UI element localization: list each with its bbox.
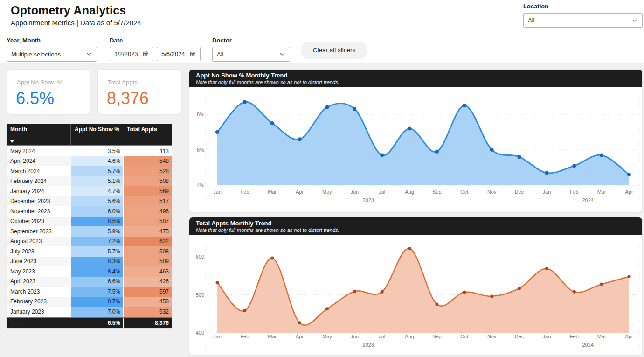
data-point-marker[interactable] [380,153,384,157]
table-row[interactable]: September 20235.9%475 [7,226,172,237]
data-point-marker[interactable] [216,281,219,284]
total-appts-cell: 463 [123,266,172,277]
column-header-month[interactable]: Month [7,124,71,145]
table-row[interactable]: December 20235.6%517 [7,196,172,207]
x-axis-label: Aug [405,334,414,339]
column-header-no-show[interactable]: Appt No Show % [71,124,123,145]
date-from-input[interactable]: 1/2/2023 [110,47,153,61]
total-appts-cell: 496 [123,206,172,217]
data-point-marker[interactable] [243,309,246,312]
column-header-total-appts[interactable]: Total Appts [123,124,172,145]
monthly-metrics-table: Month Appt No Show % Total Appts May 202… [7,124,172,328]
data-point-marker[interactable] [353,107,356,111]
page-subtitle: Appointment Metrics | Data as of 5/7/202… [11,19,141,27]
no-show-cell: 8.5% [71,217,123,227]
data-point-marker[interactable] [243,100,247,104]
data-point-marker[interactable] [463,104,466,107]
data-point-marker[interactable] [435,150,439,154]
data-point-marker[interactable] [628,275,631,278]
table-row[interactable]: May 20243.5%113 [7,146,172,156]
table-row[interactable]: August 20237.2%622 [7,237,172,247]
data-point-marker[interactable] [518,155,521,159]
data-point-marker[interactable] [408,126,411,130]
x-axis-label: Mar [597,334,606,339]
total-appts: 8,376 [123,318,172,328]
doctor-slicer-label: Doctor [212,37,232,44]
year-axis-label: 2023 [363,342,374,348]
table-row[interactable]: January 20237.0%532 [7,307,172,317]
data-point-marker[interactable] [545,171,548,175]
total-label: Total [7,318,71,328]
no-show-cell: 5.1% [71,176,123,187]
y-axis-label: 8% [197,112,204,117]
data-point-marker[interactable] [270,256,274,259]
data-point-marker[interactable] [463,291,466,294]
month-cell: May 2024 [7,146,71,156]
x-axis-label: Sep [432,189,442,195]
table-rows: May 20243.5%113April 20244.6%548March 20… [7,146,172,317]
table-row[interactable]: May 20238.4%463 [7,266,172,277]
data-point-marker[interactable] [353,290,356,293]
x-axis-label: Jul [379,189,385,195]
data-point-marker[interactable] [298,321,301,324]
no-show-cell: 5.9% [71,226,123,237]
month-cell: April 2023 [7,277,71,287]
no-show-cell: 3.5% [71,146,123,156]
table-row[interactable]: April 20236.6%426 [7,277,172,287]
kpi-card-total-appts: Total Appts 8,376 [97,69,181,114]
data-point-marker[interactable] [270,121,274,125]
month-cell: February 2024 [7,176,71,187]
data-point-marker[interactable] [215,130,219,134]
data-point-marker[interactable] [572,164,576,168]
date-to-input[interactable]: 5/6/2024 [157,47,201,61]
data-point-marker[interactable] [408,247,411,250]
data-point-marker[interactable] [490,148,494,152]
year-month-dropdown[interactable]: Multiple selections [7,47,97,62]
data-point-marker[interactable] [298,137,302,141]
year-month-slicer-label: Year, Month [7,37,41,44]
table-row[interactable]: January 20244.7%569 [7,186,172,196]
doctor-dropdown-value: All [217,51,223,58]
table-row[interactable]: October 20238.5%507 [7,217,172,227]
x-axis-label: May [322,189,332,195]
data-point-marker[interactable] [381,290,384,294]
table-row[interactable]: February 20238.7%458 [7,297,172,307]
data-point-marker[interactable] [545,267,548,270]
table-row[interactable]: March 20245.7%528 [7,166,172,176]
data-point-marker[interactable] [600,282,603,286]
no-show-cell: 7.2% [71,237,123,247]
area-fill [217,248,629,333]
x-axis-label: Feb [570,189,579,195]
table-row[interactable]: July 20235.7%508 [7,246,172,257]
x-axis-label: Aug [405,189,414,195]
table-row[interactable]: April 20244.6%548 [7,156,172,167]
x-axis-label: Feb [240,334,249,339]
x-axis-label: Oct [460,334,468,339]
data-point-marker[interactable] [435,303,438,306]
data-point-marker[interactable] [627,173,631,176]
data-point-marker[interactable] [600,153,603,157]
data-point-marker[interactable] [325,307,329,310]
table-row[interactable]: June 20238.3%509 [7,257,172,267]
data-point-marker[interactable] [573,290,576,294]
doctor-dropdown[interactable]: All [212,47,290,62]
table-header-row: Month Appt No Show % Total Appts [7,124,172,145]
chevron-down-icon [279,51,285,57]
no-show-cell: 7.5% [71,287,123,297]
no-show-cell: 6.6% [71,277,123,287]
data-point-marker[interactable] [518,287,521,290]
table-row[interactable]: November 20236.0%496 [7,206,172,217]
y-axis-label: 4% [197,182,204,188]
data-point-marker[interactable] [325,105,329,109]
data-point-marker[interactable] [490,294,493,298]
month-cell: March 2023 [7,287,71,297]
x-axis-label: Nov [487,334,497,339]
month-cell: March 2024 [7,166,71,176]
month-cell: August 2023 [7,237,71,247]
location-dropdown[interactable]: All [523,13,643,28]
no-show-cell: 5.6% [71,196,123,207]
no-show-cell: 8.4% [71,266,123,277]
clear-all-slicers-button[interactable]: Clear all slicers [301,42,367,58]
table-row[interactable]: March 20237.5%597 [7,287,172,297]
table-row[interactable]: February 20245.1%508 [7,176,172,187]
